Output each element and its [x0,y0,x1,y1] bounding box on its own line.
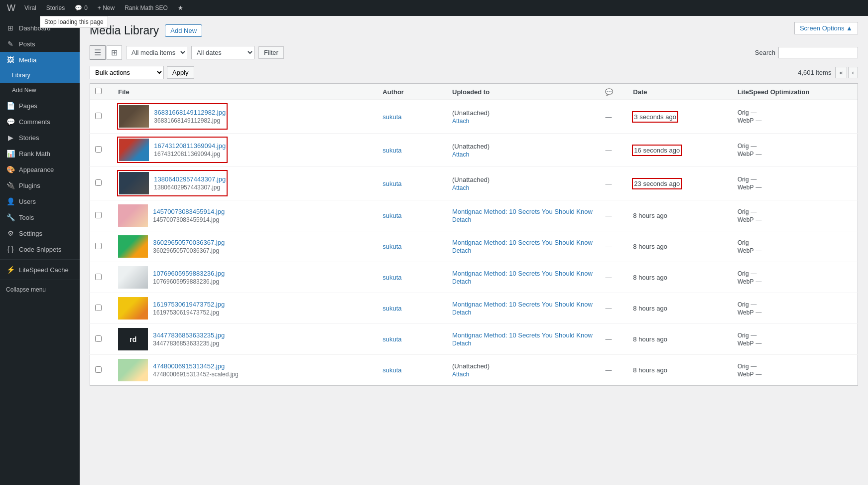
litespeed-icon: ⚡ [6,266,15,274]
search-input[interactable] [778,47,858,58]
sidebar-item-users[interactable]: 👤 Users [0,193,80,209]
row-checkbox[interactable] [95,179,102,186]
row-checkbox[interactable] [95,274,102,280]
file-name-sub: 14570073083455914.jpg [153,216,225,223]
ls-webp-dash: — [755,371,761,378]
list-view-button[interactable]: ☰ [90,45,106,60]
row-checkbox[interactable] [95,146,102,153]
author-link[interactable]: sukuta [382,147,401,154]
row-checkbox[interactable] [95,366,102,373]
detach-link[interactable]: Detach [452,247,595,254]
sidebar-item-code-snippets[interactable]: { } Code Snippets [0,241,80,257]
prev-page-button[interactable]: ‹ [848,67,858,78]
col-uploaded-to[interactable]: Uploaded to [447,84,600,100]
sidebar-item-settings[interactable]: ⚙ Settings [0,225,80,241]
ls-orig-dash: — [751,239,757,246]
collapse-menu[interactable]: Collapse menu [0,282,80,297]
author-link[interactable]: sukuta [382,366,401,374]
filter-button[interactable]: Filter [258,46,284,59]
apply-button[interactable]: Apply [167,66,194,79]
sidebar-item-comments[interactable]: 💬 Comments [0,114,80,130]
author-link[interactable]: sukuta [382,243,401,250]
users-icon: 👤 [6,197,15,205]
attached-post-link[interactable]: Montignac Method: 10 Secrets You Should … [452,270,595,277]
sidebar-item-library[interactable]: Library [0,68,80,83]
file-name-link[interactable]: 10769605959883236.jpg [153,270,225,277]
sidebar-item-posts[interactable]: ✎ Posts [0,36,80,52]
author-link[interactable]: sukuta [382,113,401,121]
attached-post-link[interactable]: Montignac Method: 10 Secrets You Should … [452,331,595,339]
author-link[interactable]: sukuta [382,212,401,219]
file-name-link[interactable]: 13806402957443307.jpg [154,175,226,183]
ls-webp-row: WebP — [738,151,853,158]
adminbar-rankmath[interactable]: Rank Math SEO [121,0,172,16]
detach-link[interactable]: Detach [452,309,595,316]
col-file[interactable]: File [113,84,377,100]
col-author[interactable]: Author [377,84,447,100]
attached-post-link[interactable]: Montignac Method: 10 Secrets You Should … [452,239,595,246]
ls-orig-dash: — [751,143,757,150]
attach-link[interactable]: Attach [452,151,595,158]
add-new-button[interactable]: Add New [165,24,202,37]
detach-link[interactable]: Detach [452,278,595,285]
row-checkbox[interactable] [95,113,102,119]
attached-post-link[interactable]: Montignac Method: 10 Secrets You Should … [452,208,595,215]
file-name-link[interactable]: 36831668149112982.jpg [154,109,226,116]
ls-webp-dash: — [755,309,761,316]
screen-options-button[interactable]: Screen Options ▲ [794,22,858,34]
sidebar-item-add-new[interactable]: Add New [0,83,80,98]
uploaded-to-cell: Montignac Method: 10 Secrets You Should … [452,331,595,347]
sidebar-item-plugins[interactable]: 🔌 Plugins [0,177,80,193]
file-name-link[interactable]: 16743120811369094.jpg [154,142,226,150]
file-name-link[interactable]: 47480006915313452.jpg [153,362,239,370]
author-link[interactable]: sukuta [382,305,401,312]
grid-view-button[interactable]: ⊞ [107,45,122,60]
attached-post-link[interactable]: Montignac Method: 10 Secrets You Should … [452,301,595,308]
file-name-link[interactable]: 16197530619473752.jpg [153,301,225,308]
ls-webp-dash: — [755,216,761,223]
sidebar-item-appearance[interactable]: 🎨 Appearance [0,162,80,177]
detach-link[interactable]: Detach [452,216,595,223]
author-link[interactable]: sukuta [382,274,401,281]
sidebar-item-media[interactable]: 🖼 Media [0,52,80,68]
select-all-checkbox[interactable] [95,88,102,94]
date-cell: 8 hours ago [633,212,667,219]
author-link[interactable]: sukuta [382,180,401,187]
media-type-filter[interactable]: All media items Images Audio Video Docum… [126,46,187,59]
file-cell: rd 34477836853633235.jpg 344778368536332… [118,328,372,350]
ls-orig-label: Orig [738,301,749,308]
stop-loading-tooltip[interactable]: Stop loading this page [40,16,108,28]
row-checkbox[interactable] [95,243,102,249]
sidebar-item-stories[interactable]: ▶ Stories [0,130,80,146]
uploaded-to-cell: Montignac Method: 10 Secrets You Should … [452,301,595,316]
attach-link[interactable]: Attach [452,371,595,378]
attach-link[interactable]: Attach [452,184,595,191]
adminbar-comments[interactable]: 💬 0 [71,0,92,16]
date-filter[interactable]: All dates January 2025 December 2024 [191,46,254,59]
attach-link[interactable]: Attach [452,118,595,125]
sidebar-item-label: Library [12,72,30,79]
detach-link[interactable]: Detach [452,340,595,347]
row-checkbox[interactable] [95,335,102,342]
row-checkbox[interactable] [95,212,102,218]
author-link[interactable]: sukuta [382,335,401,343]
posts-icon: ✎ [6,40,15,48]
col-date[interactable]: Date [628,84,733,100]
row-checkbox[interactable] [95,305,102,311]
bulk-actions-select[interactable]: Bulk actions Delete Permanently [90,66,164,79]
ls-webp-label: WebP [738,216,753,223]
sidebar-item-tools[interactable]: 🔧 Tools [0,209,80,225]
file-name-link[interactable]: 14570073083455914.jpg [153,208,225,215]
adminbar-icon[interactable]: ★ [174,0,187,16]
file-name-link[interactable]: 36029650570036367.jpg [153,239,225,246]
adminbar-stories[interactable]: Stories [42,0,69,16]
adminbar-site[interactable]: Viral [20,0,40,16]
wp-logo[interactable]: W [4,3,18,13]
sidebar-item-rankmath[interactable]: 📊 Rank Math [0,146,80,162]
sidebar-item-pages[interactable]: 📄 Pages [0,98,80,114]
file-name-link[interactable]: 34477836853633235.jpg [153,331,225,339]
first-page-button[interactable]: « [835,67,847,78]
adminbar-new[interactable]: + New [94,0,119,16]
sidebar-item-litespeed[interactable]: ⚡ LiteSpeed Cache [0,262,80,278]
ls-orig-dash: — [751,208,757,215]
